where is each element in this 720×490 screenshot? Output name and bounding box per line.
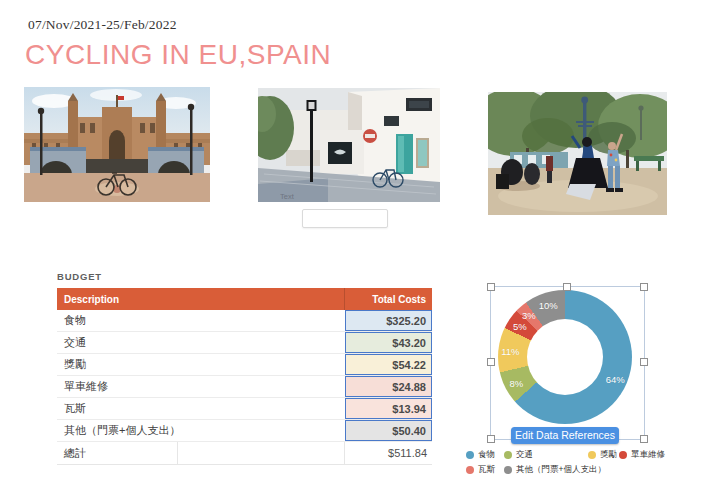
column-header-description[interactable]: Description bbox=[57, 288, 345, 310]
legend-label: 食物 bbox=[478, 449, 495, 461]
table-row[interactable]: 瓦斯$13.94 bbox=[57, 398, 432, 420]
photo-white-street[interactable] bbox=[258, 88, 440, 202]
row-cost-cell[interactable]: $24.88 bbox=[345, 376, 432, 397]
row-description[interactable]: 獎勵 bbox=[57, 354, 214, 375]
legend-label: 其他（門票+個人支出） bbox=[516, 464, 606, 476]
donut-percent-label: 5% bbox=[513, 320, 527, 331]
column-header-total-costs[interactable]: Total Costs bbox=[345, 294, 432, 305]
legend-label: 獎勵 bbox=[600, 449, 617, 461]
date-range-text[interactable]: 07/Nov/2021-25/Feb/2022 bbox=[28, 17, 177, 33]
table-header-row[interactable]: Description Total Costs bbox=[57, 288, 432, 310]
row-description[interactable]: 其他（門票+個人支出） bbox=[57, 420, 214, 441]
table-total-row[interactable]: 總計 $511.84 bbox=[57, 442, 432, 465]
empty-caption-box[interactable] bbox=[302, 209, 388, 228]
legend-item: 食物 bbox=[466, 449, 495, 461]
legend-dot bbox=[619, 451, 627, 459]
row-description[interactable]: 單車維修 bbox=[57, 376, 214, 397]
selection-handle[interactable] bbox=[640, 358, 648, 366]
legend-dot bbox=[588, 451, 596, 459]
row-description[interactable]: 交通 bbox=[57, 332, 214, 353]
table-row[interactable]: 獎勵$54.22 bbox=[57, 354, 432, 376]
row-cost-cell[interactable]: $13.94 bbox=[345, 398, 432, 419]
legend-dot bbox=[504, 466, 512, 474]
plaza-building-illustration bbox=[24, 87, 210, 202]
donut-percent-label: 64% bbox=[606, 374, 625, 385]
donut-percent-label: 10% bbox=[539, 299, 558, 310]
total-row-value: $511.84 bbox=[345, 442, 432, 464]
selection-handle[interactable] bbox=[487, 283, 495, 291]
photo-flamenco-dancers[interactable] bbox=[488, 92, 667, 215]
selection-handle[interactable] bbox=[487, 435, 495, 443]
budget-table-body: 食物$325.20交通$43.20獎勵$54.22單車維修$24.88瓦斯$13… bbox=[57, 310, 432, 442]
donut-percent-label: 11% bbox=[501, 346, 519, 357]
table-row[interactable]: 食物$325.20 bbox=[57, 310, 432, 332]
edit-data-references-button[interactable]: Edit Data References bbox=[511, 427, 619, 444]
table-row[interactable]: 其他（門票+個人支出）$50.40 bbox=[57, 420, 432, 442]
legend-dot bbox=[504, 451, 512, 459]
budget-section-label[interactable]: BUDGET bbox=[57, 271, 102, 282]
legend-label: 交通 bbox=[516, 449, 533, 461]
legend-item: 瓦斯 bbox=[466, 464, 495, 476]
street-scene-illustration bbox=[258, 88, 440, 202]
legend-item: 獎勵 bbox=[588, 449, 617, 461]
donut-chart[interactable]: 64%8%11%5%3%10% bbox=[498, 290, 632, 424]
table-row[interactable]: 單車維修$24.88 bbox=[57, 376, 432, 398]
row-cost-cell[interactable]: $325.20 bbox=[345, 310, 432, 331]
photo-plaza-de-espana[interactable] bbox=[24, 87, 210, 202]
slide-title[interactable]: CYCLING IN EU,SPAIN bbox=[25, 39, 331, 71]
legend-item: 其他（門票+個人支出） bbox=[504, 464, 606, 476]
legend-item: 單車維修 bbox=[619, 449, 665, 461]
selection-handle[interactable] bbox=[563, 283, 571, 291]
legend-dot bbox=[466, 451, 474, 459]
row-cost-cell[interactable]: $50.40 bbox=[345, 420, 432, 441]
legend-label: 單車維修 bbox=[631, 449, 665, 461]
row-description[interactable]: 瓦斯 bbox=[57, 398, 214, 419]
dancers-scene-illustration bbox=[488, 92, 667, 215]
total-row-label: 總計 bbox=[57, 442, 178, 464]
selection-handle[interactable] bbox=[640, 283, 648, 291]
legend-dot bbox=[466, 466, 474, 474]
legend-item: 交通 bbox=[504, 449, 533, 461]
budget-table[interactable]: Description Total Costs 食物$325.20交通$43.2… bbox=[57, 288, 432, 465]
legend-label: 瓦斯 bbox=[478, 464, 495, 476]
selection-handle[interactable] bbox=[487, 358, 495, 366]
photo-text-placeholder: Text bbox=[280, 192, 294, 201]
row-cost-cell[interactable]: $43.20 bbox=[345, 332, 432, 353]
row-description[interactable]: 食物 bbox=[57, 310, 214, 331]
donut-percent-label: 8% bbox=[509, 377, 523, 388]
selection-handle[interactable] bbox=[640, 435, 648, 443]
table-row[interactable]: 交通$43.20 bbox=[57, 332, 432, 354]
donut-percent-label: 3% bbox=[522, 310, 536, 321]
row-cost-cell[interactable]: $54.22 bbox=[345, 354, 432, 375]
